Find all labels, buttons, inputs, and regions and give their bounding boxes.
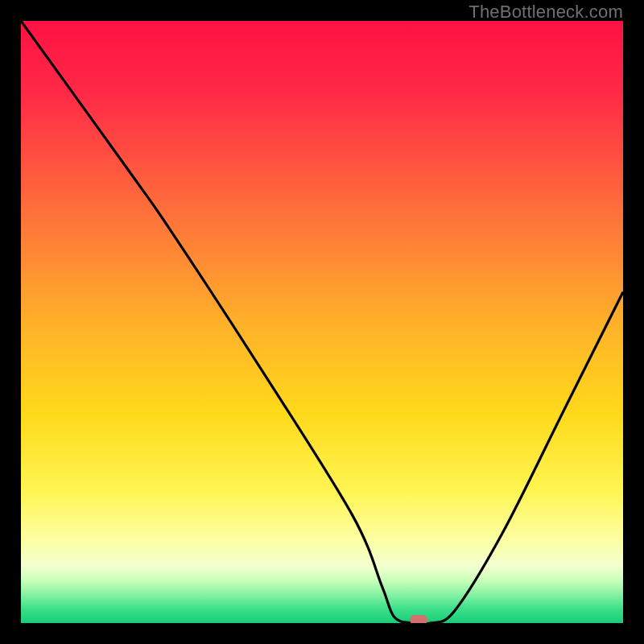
attribution-text: TheBottleneck.com (469, 2, 623, 23)
curve-layer (21, 21, 623, 623)
optimal-point-marker (410, 615, 427, 623)
plot-area (21, 21, 623, 623)
bottleneck-curve (21, 21, 623, 623)
chart-container: TheBottleneck.com (0, 0, 644, 644)
